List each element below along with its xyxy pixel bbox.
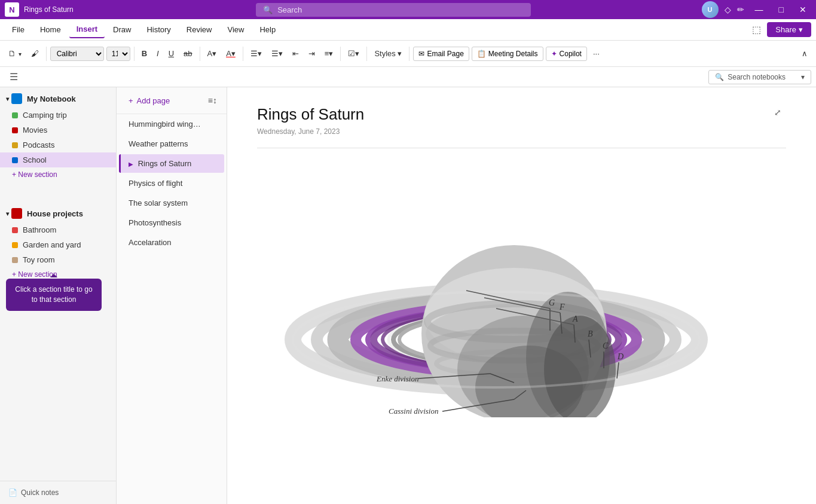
page-title: Rings of Saturn — [257, 105, 786, 124]
page-rings-of-saturn[interactable]: ▶ Rings of Saturn — [119, 154, 224, 173]
menu-help[interactable]: Help — [252, 22, 283, 38]
app-title: Rings of Saturn — [24, 5, 74, 14]
quick-notes[interactable]: 📄 Quick notes — [6, 486, 110, 499]
page-accelaration[interactable]: Accelaration — [119, 233, 224, 252]
svg-text:F: F — [559, 303, 565, 311]
bullets-btn[interactable]: ☰▾ — [247, 47, 265, 60]
user-avatar[interactable]: U — [702, 1, 719, 18]
svg-text:C: C — [603, 341, 609, 350]
section-podcasts[interactable]: Podcasts — [0, 138, 116, 152]
highlight-btn[interactable]: A▾ — [204, 47, 221, 60]
section-toyroom[interactable]: Toy room — [0, 252, 116, 267]
search-placeholder: Search — [277, 5, 302, 14]
title-bar: N Rings of Saturn 🔍 Search U ◇ ✏ — □ ✕ — [0, 0, 816, 19]
page-photosynthesis[interactable]: Photosynthesis — [119, 213, 224, 232]
toolbar-collapse-btn[interactable]: ∧ — [798, 47, 811, 60]
search-notebooks-btn[interactable]: 🔍 Search notebooks ▾ — [708, 70, 811, 84]
menu-history[interactable]: History — [139, 22, 178, 38]
font-size-select[interactable]: 11 — [106, 47, 130, 61]
pen-icon[interactable]: ✏ — [737, 5, 744, 14]
saturn-illustration: G F A B C D — [257, 160, 711, 417]
page-physics[interactable]: Physics of flight — [119, 174, 224, 193]
page-solar-system[interactable]: The solar system — [119, 194, 224, 212]
font-select[interactable]: Calibri — [50, 47, 104, 61]
meeting-details-btn[interactable]: 📋Meeting Details — [472, 47, 543, 61]
content-area: ⤢ Rings of Saturn Wednesday, June 7, 202… — [227, 87, 816, 504]
svg-text:A: A — [572, 314, 578, 323]
bold-btn[interactable]: B — [138, 47, 151, 60]
svg-text:G: G — [549, 298, 555, 307]
pages-header: + Add page ≡↕ — [117, 87, 227, 114]
maximize-btn[interactable]: □ — [774, 4, 789, 16]
svg-text:Enke division: Enke division — [376, 374, 418, 383]
menu-insert[interactable]: Insert — [69, 21, 105, 38]
section-garden[interactable]: Garden and yard — [0, 237, 116, 252]
page-hummingbird[interactable]: Hummingbird wing… — [119, 115, 224, 133]
main: ▾ My Notebook Camping trip Movies Podcas… — [0, 87, 816, 504]
checkbox-btn[interactable]: ☑▾ — [344, 47, 363, 60]
saturn-svg: G F A B C D — [257, 160, 711, 417]
menu-view[interactable]: View — [220, 22, 251, 38]
tooltip-box: Click a section title to go to that sect… — [6, 279, 102, 311]
hamburger-btn[interactable]: ☰ — [5, 69, 23, 85]
menu-bar: File Home Insert Draw History Review Vie… — [0, 19, 816, 41]
section-camping[interactable]: Camping trip — [0, 108, 116, 123]
indent-inc-btn[interactable]: ⇥ — [305, 47, 319, 60]
minimize-btn[interactable]: — — [750, 4, 768, 16]
align-btn[interactable]: ≡▾ — [321, 47, 337, 60]
menu-draw[interactable]: Draw — [106, 22, 138, 38]
page-weather[interactable]: Weather patterns — [119, 135, 224, 153]
new-page-btn[interactable]: 🗋 ▾ — [5, 47, 25, 60]
menu-file[interactable]: File — [5, 22, 32, 38]
expand-btn[interactable]: ⤢ — [769, 105, 786, 120]
svg-text:Cassini division: Cassini division — [389, 407, 438, 416]
styles-btn[interactable]: Styles ▾ — [371, 47, 405, 60]
add-page-btn[interactable]: + Add page — [124, 94, 175, 108]
more-btn[interactable]: ··· — [589, 47, 603, 60]
notebook-house-projects: ▾ House projects Bathroom Garden and yar… — [0, 202, 116, 284]
title-right: U ◇ ✏ — □ ✕ — [702, 1, 811, 18]
share-button[interactable]: Share ▾ — [767, 22, 811, 37]
email-page-btn[interactable]: ✉Email Page — [413, 47, 469, 61]
indent-dec-btn[interactable]: ⇤ — [289, 47, 302, 60]
close-btn[interactable]: ✕ — [794, 4, 811, 16]
search-box[interactable]: 🔍 Search — [256, 3, 531, 17]
toolbar2: ☰ 🔍 Search notebooks ▾ — [0, 67, 816, 87]
format-painter-btn[interactable]: 🖌 — [27, 47, 42, 60]
svg-text:B: B — [588, 329, 593, 338]
toolbar: 🗋 ▾ 🖌 Calibri 11 B I U ab A▾ A▾ ☰▾ ☰▾ ⇤ … — [0, 41, 816, 67]
sidebar: ▾ My Notebook Camping trip Movies Podcas… — [0, 87, 117, 504]
notebook-house-header[interactable]: ▾ House projects — [0, 204, 116, 222]
strikethrough-btn[interactable]: ab — [180, 47, 195, 60]
underline-btn[interactable]: U — [165, 47, 178, 60]
menu-review[interactable]: Review — [179, 22, 219, 38]
pages-panel: + Add page ≡↕ Hummingbird wing… Weather … — [117, 87, 227, 504]
numbering-btn[interactable]: ☰▾ — [268, 47, 286, 60]
section-movies[interactable]: Movies — [0, 123, 116, 138]
font-color-btn[interactable]: A▾ — [222, 47, 239, 60]
notebook-my-notebook-header[interactable]: ▾ My Notebook — [0, 90, 116, 108]
section-bathroom[interactable]: Bathroom — [0, 222, 116, 237]
page-date: Wednesday, June 7, 2023 — [257, 127, 786, 136]
notebook-my-notebook: ▾ My Notebook Camping trip Movies Podcas… — [0, 87, 116, 184]
content-divider — [257, 148, 786, 148]
section-school[interactable]: School — [0, 152, 116, 167]
menu-home[interactable]: Home — [33, 22, 68, 38]
app-icon: N — [5, 2, 19, 17]
diamond-icon[interactable]: ◇ — [725, 5, 731, 14]
immersive-reader-btn[interactable]: ⬚ — [747, 22, 766, 38]
copilot-btn[interactable]: ✦Copilot — [546, 47, 587, 61]
svg-text:D: D — [617, 352, 624, 361]
new-section-1[interactable]: + New section — [0, 167, 116, 182]
italic-btn[interactable]: I — [153, 47, 163, 60]
sort-btn[interactable]: ≡↕ — [206, 93, 219, 108]
